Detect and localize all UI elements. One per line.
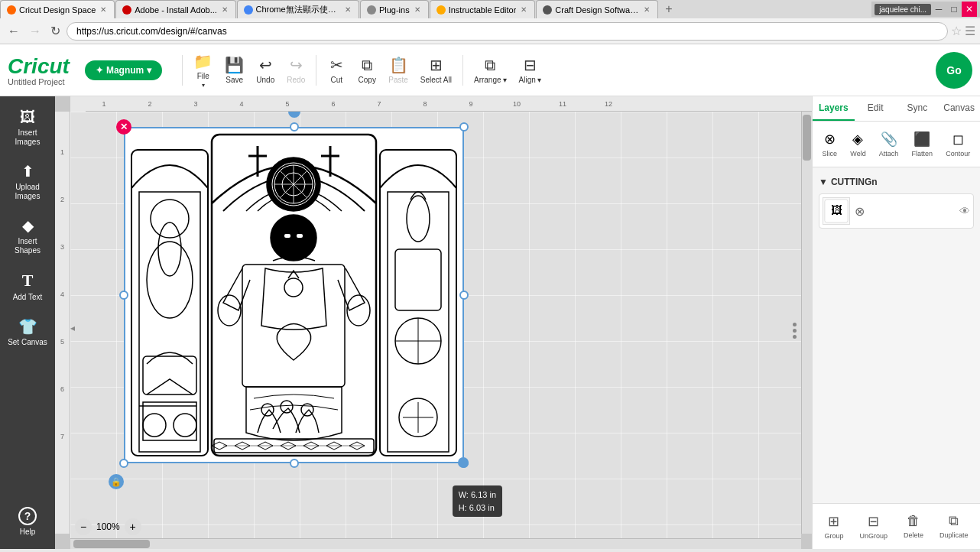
set-canvas-label: Set Canvas — [8, 338, 47, 347]
duplicate-button[interactable]: ⧉ Duplicate — [935, 510, 973, 543]
attach-tool[interactable]: 📎 Attach — [873, 128, 905, 161]
tab-sync[interactable]: Sync — [897, 96, 939, 121]
copy-button[interactable]: ⧉ Copy — [352, 54, 382, 87]
minimize-button[interactable]: ─ — [931, 2, 946, 17]
layer-item[interactable]: 🖼 ⊗ 👁 — [819, 193, 974, 229]
ruler-top: 1 2 3 4 5 6 7 8 9 10 11 12 — [70, 96, 812, 112]
align-icon: ⊟ — [524, 56, 537, 74]
design-object-container[interactable]: ✕ 🔒 — [124, 127, 464, 463]
tab-craft-design[interactable]: Craft Design Softwar... ✕ — [536, 0, 658, 18]
weld-tool[interactable]: ◈ Weld — [844, 128, 871, 161]
new-tab-button[interactable]: + — [659, 0, 678, 18]
undo-button[interactable]: ↩ Undo — [250, 53, 281, 87]
handle-lm[interactable] — [119, 291, 128, 300]
ruler-tick: 5 — [264, 100, 310, 108]
attach-icon: 📎 — [881, 131, 897, 148]
sidebar-item-help[interactable]: ? Help — [3, 501, 52, 543]
tab-chrome[interactable]: Chrome無法顯示使用... ✕ — [237, 0, 359, 18]
tab-close-button[interactable]: ✕ — [642, 5, 651, 14]
tab-instructable[interactable]: Instructable Editor ✕ — [430, 0, 536, 18]
cut-icon: ✂ — [330, 56, 343, 74]
tab-cricut-design-space[interactable]: Cricut Design Space ✕ — [0, 0, 115, 18]
reload-button[interactable]: ↻ — [47, 22, 63, 40]
ruler-tick: 8 — [402, 100, 448, 108]
copy-label: Copy — [359, 76, 376, 84]
rotate-handle[interactable] — [288, 112, 300, 118]
sidebar-item-insert-images[interactable]: 🖼 InsertImages — [3, 102, 52, 153]
vertical-scrollbar[interactable] — [801, 112, 812, 534]
tab-plugins[interactable]: Plug-ins ✕ — [360, 0, 429, 18]
file-button[interactable]: 📁 File ▾ — [187, 49, 219, 92]
tab-close-button[interactable]: ✕ — [220, 5, 229, 14]
forward-button[interactable]: → — [26, 23, 44, 40]
zoom-in-button[interactable]: + — [125, 518, 141, 535]
arrange-button[interactable]: ⧉ Arrange▾ — [468, 54, 513, 87]
delete-label: Delete — [904, 531, 923, 539]
delete-handle-button[interactable]: ✕ — [116, 119, 131, 135]
tab-edit[interactable]: Edit — [855, 96, 897, 121]
tab-close-button[interactable]: ✕ — [413, 5, 422, 14]
layer-visibility-icon[interactable]: 👁 — [959, 205, 970, 217]
weld-label: Weld — [850, 150, 865, 157]
scale-handle-br[interactable] — [458, 457, 469, 468]
ruler-tick: 12 — [586, 100, 631, 108]
project-name[interactable]: Untitled Project — [8, 77, 65, 86]
handle-bm[interactable] — [290, 459, 299, 468]
address-bar[interactable] — [67, 22, 948, 41]
contour-tool[interactable]: ◻ Contour — [939, 128, 976, 161]
settings-icon[interactable]: ☰ — [965, 24, 975, 38]
sidebar-item-insert-shapes[interactable]: ◆ InsertShapes — [3, 210, 52, 261]
group-button[interactable]: ⊞ Group — [819, 510, 848, 543]
save-button[interactable]: 💾 Save — [219, 53, 250, 87]
handle-rm[interactable] — [459, 291, 469, 300]
layer-group-header[interactable]: ▼ CUTTINGn — [819, 174, 974, 190]
flatten-tool[interactable]: ⬛ Flatten — [906, 128, 939, 161]
scroll-thumb-h[interactable] — [73, 540, 150, 548]
handle-tr[interactable] — [459, 122, 469, 132]
tab-canvas[interactable]: Canvas — [938, 96, 980, 121]
paste-button[interactable]: 📋 Paste — [382, 53, 414, 87]
help-label: Help — [20, 528, 36, 537]
canvas-content[interactable]: ✕ 🔒 — [70, 112, 801, 538]
dot — [793, 335, 797, 339]
zoom-out-button[interactable]: − — [75, 518, 92, 535]
tab-close-button[interactable]: ✕ — [519, 5, 528, 14]
sidebar-item-set-canvas[interactable]: 👕 Set Canvas — [3, 311, 52, 353]
svg-rect-1 — [139, 192, 200, 452]
bookmark-star-icon[interactable]: ☆ — [951, 24, 962, 38]
sidebar-item-upload-images[interactable]: ⬆ UploadImages — [3, 156, 52, 207]
go-button[interactable]: Go — [936, 52, 972, 89]
ruler-tick-v: 6 — [60, 385, 64, 393]
delete-button[interactable]: 🗑 Delete — [899, 510, 928, 543]
magnum-button[interactable]: ✦ Magnum ▾ — [85, 60, 162, 80]
tab-label: Instructable Editor — [449, 5, 517, 15]
back-button[interactable]: ← — [5, 23, 23, 40]
select-all-label: Select All — [420, 76, 452, 84]
redo-button[interactable]: ↪ Redo — [281, 53, 311, 87]
scroll-left-arrow[interactable]: ◂ — [70, 323, 75, 333]
close-button[interactable]: ✕ — [962, 2, 977, 17]
sidebar-item-add-text[interactable]: T Add Text — [3, 265, 52, 308]
tab-adobe[interactable]: Adobe - Install Adob... ✕ — [115, 0, 236, 18]
lock-handle[interactable]: 🔒 — [109, 474, 124, 489]
upload-images-label: UploadImages — [15, 183, 41, 201]
slice-tool[interactable]: ⊗ Slice — [816, 128, 844, 161]
height-label: H: — [459, 503, 467, 512]
align-button[interactable]: ⊟ Align▾ — [513, 53, 547, 87]
maximize-button[interactable]: □ — [946, 2, 962, 17]
contour-label: Contour — [946, 150, 970, 157]
cut-button[interactable]: ✂ Cut — [321, 53, 352, 87]
canvas-grid: ✕ 🔒 — [70, 112, 801, 538]
select-all-button[interactable]: ⊞ Select All — [414, 53, 458, 87]
paste-icon: 📋 — [389, 56, 408, 74]
scroll-thumb-v[interactable] — [803, 115, 811, 161]
ungroup-label: UnGroup — [859, 532, 888, 540]
horizontal-scrollbar[interactable] — [70, 538, 801, 549]
tab-close-button[interactable]: ✕ — [99, 5, 108, 14]
ungroup-button[interactable]: ⊟ UnGroup — [855, 510, 892, 543]
handle-bl[interactable] — [119, 459, 128, 468]
more-options-button[interactable] — [793, 323, 797, 339]
tab-close-button[interactable]: ✕ — [343, 5, 352, 14]
tab-layers[interactable]: Layers — [813, 96, 855, 121]
handle-tm[interactable] — [290, 122, 299, 132]
